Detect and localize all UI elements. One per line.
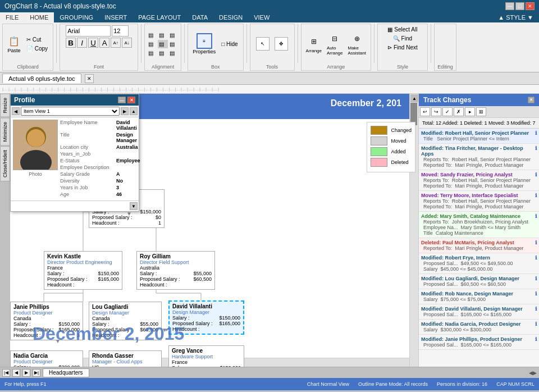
track-item-9-info[interactable]: ℹ xyxy=(535,291,537,297)
move-tool-icon: ✥ xyxy=(275,37,288,51)
left-tab-resize[interactable]: Resize xyxy=(0,94,10,117)
track-tool-2[interactable]: ↪ xyxy=(431,107,441,116)
bold-btn[interactable]: B xyxy=(66,38,76,48)
align-bl[interactable]: ▤ xyxy=(147,49,157,57)
node-rhonda[interactable]: Rhonda Gasser Manager - Cloud Apps US Sa… xyxy=(89,350,162,367)
select-tool-btn[interactable]: ↖ xyxy=(254,35,272,52)
tab-insert[interactable]: INSERT xyxy=(99,12,133,22)
left-tab-close[interactable]: Close/HideIt xyxy=(0,146,10,181)
tab-home[interactable]: HOME xyxy=(24,12,54,22)
node-nadia[interactable]: Nadia Garcia Product Designer Salary :$3… xyxy=(10,350,83,367)
track-item-3-info[interactable]: ℹ xyxy=(535,172,537,177)
sheet-headquarters[interactable]: Headquarters xyxy=(43,368,89,377)
node-greg[interactable]: Greg Vance Hardware Support France Salar… xyxy=(168,345,244,367)
node-roy[interactable]: Roy Gilliam Director Field Support Austr… xyxy=(136,251,215,290)
track-item-1-detail: Title Senior Project Planner <= Intern xyxy=(421,136,537,142)
track-item-8-info[interactable]: ℹ xyxy=(535,276,537,281)
tab-data[interactable]: DATA xyxy=(186,12,213,22)
italic-btn[interactable]: I xyxy=(77,38,87,48)
tab-view[interactable]: VIEW xyxy=(248,12,275,22)
tab-page-layout[interactable]: PAGE LAYOUT xyxy=(133,12,186,22)
nav-next-btn[interactable]: ▶ xyxy=(22,369,30,377)
font-size-input[interactable] xyxy=(112,25,129,37)
node-lou-title: Design Manager xyxy=(92,310,158,316)
align-tc[interactable]: ▤ xyxy=(158,31,168,39)
fontcolor-btn[interactable]: A xyxy=(99,38,109,48)
tab-file[interactable]: FILE xyxy=(0,12,24,22)
track-item-6-info[interactable]: ℹ xyxy=(535,240,537,245)
track-item-7-info[interactable]: ℹ xyxy=(535,255,537,261)
profile-nav-right[interactable]: ▶ xyxy=(121,107,129,115)
track-item-1-info[interactable]: ℹ xyxy=(535,130,537,136)
track-item-9-header: Modified: Rob Nance, Design Manager ℹ xyxy=(421,291,537,297)
properties-btn[interactable]: ≡ Properties xyxy=(190,31,218,56)
align-tr[interactable]: ▤ xyxy=(168,31,179,39)
nav-prev-btn[interactable]: ◀ xyxy=(12,369,20,377)
tools-buttons: ↖ ✥ xyxy=(254,25,290,69)
track-tool-3[interactable]: ✓ xyxy=(442,107,453,116)
nav-arrow-janie[interactable]: ▼ xyxy=(55,338,61,344)
profile-minimize-btn[interactable]: — xyxy=(118,97,126,103)
scroll-up-btn[interactable]: ▲ xyxy=(410,94,418,102)
maximize-btn[interactable]: □ xyxy=(515,2,524,10)
close-btn[interactable]: ✕ xyxy=(526,2,535,10)
paste-btn[interactable]: 📋 Paste xyxy=(5,33,23,55)
select-all-btn[interactable]: ▦ Select All xyxy=(385,25,420,34)
document-tab[interactable]: Actual v8 oplus-style.toc xyxy=(2,74,81,83)
align-mc[interactable]: ▤ xyxy=(158,40,168,48)
font-controls: B I U A A↑ A↓ xyxy=(66,25,132,69)
close-tab-btn[interactable]: ✕ xyxy=(85,74,94,83)
profile-fields: Employee Name David Villalanti Title Des… xyxy=(60,120,140,198)
align-bc[interactable]: ▤ xyxy=(158,49,168,57)
profile-scroll-down[interactable]: ▼ xyxy=(130,202,138,210)
move-tool-btn[interactable]: ✥ xyxy=(272,35,290,52)
align-ml[interactable]: ▤ xyxy=(147,40,157,48)
cut-btn[interactable]: ✂ Cut xyxy=(24,35,51,44)
copy-btn[interactable]: 📄 Copy xyxy=(24,44,51,53)
track-header-controls: ✕ xyxy=(528,97,535,103)
fontsize-grow-btn[interactable]: A↑ xyxy=(111,38,121,48)
nav-arrow-david[interactable]: ▼ xyxy=(162,327,167,333)
find-next-btn[interactable]: ⊳ Find Next xyxy=(385,43,421,52)
align-br[interactable]: ▤ xyxy=(168,49,179,57)
find-btn[interactable]: 🔍 Find xyxy=(390,34,415,43)
tab-astyle[interactable]: ▲ STYLE ▼ xyxy=(492,12,539,22)
profile-view-dropdown[interactable]: Item View 1 xyxy=(21,107,120,116)
make-assistant-btn[interactable]: ⊕ MakeAssistant xyxy=(345,30,368,57)
profile-nav-scroll[interactable]: ▲ xyxy=(130,107,138,115)
minimize-btn[interactable]: — xyxy=(505,2,514,10)
align-tl[interactable]: ▤ xyxy=(147,31,157,39)
track-item-12-info[interactable]: ℹ xyxy=(535,336,537,342)
track-item-4-info[interactable]: ℹ xyxy=(535,193,537,198)
track-item-10-info[interactable]: ℹ xyxy=(535,306,537,312)
track-tool-5[interactable]: ▸ xyxy=(465,107,475,116)
profile-nav-left[interactable]: ◀ xyxy=(12,107,20,115)
track-close-btn[interactable]: ✕ xyxy=(528,97,535,103)
track-item-5-info[interactable]: ℹ xyxy=(535,213,537,219)
track-item-2-info[interactable]: ℹ xyxy=(535,145,537,157)
make-assistant-label: MakeAssistant xyxy=(348,45,366,56)
profile-close-btn[interactable]: ✕ xyxy=(127,97,135,103)
nav-first-btn[interactable]: |◀ xyxy=(2,369,10,377)
status-right: Chart Normal View Outline Pane Mode: All… xyxy=(307,381,535,387)
tab-design[interactable]: DESIGN xyxy=(213,12,248,22)
auto-arrange-btn[interactable]: ⊟ AutoArrange xyxy=(325,30,345,57)
nav-last-btn[interactable]: ▶| xyxy=(33,369,40,377)
left-tab-minimize[interactable]: Minimize xyxy=(0,118,10,146)
align-mr[interactable]: ▤ xyxy=(168,40,179,48)
font-name-input[interactable] xyxy=(66,25,111,37)
track-tool-6[interactable]: ⊞ xyxy=(476,107,486,116)
track-tool-1[interactable]: ↩ xyxy=(420,107,430,116)
legend-deleted-label: Deleted xyxy=(391,159,408,165)
tab-grouping[interactable]: GROUPING xyxy=(54,12,99,22)
track-list[interactable]: Modified: Robert Hall, Senior Project Pl… xyxy=(419,129,539,367)
track-tool-4[interactable]: ✗ xyxy=(454,107,464,116)
hide-btn[interactable]: □ Hide xyxy=(218,40,240,48)
node-kevin[interactable]: Kevin Kastle Director Product Engineerin… xyxy=(44,251,122,290)
track-item-11: Modified: Nadia Garcia, Product Designer… xyxy=(419,320,539,335)
underline-btn[interactable]: U xyxy=(88,38,98,48)
track-item-11-info[interactable]: ℹ xyxy=(535,321,537,327)
fontsize-shrink-btn[interactable]: A↓ xyxy=(122,38,132,48)
arrange-btn[interactable]: ⊞ Arrange xyxy=(304,33,324,55)
profile-field-years-job: Years_in_Job xyxy=(60,151,140,157)
